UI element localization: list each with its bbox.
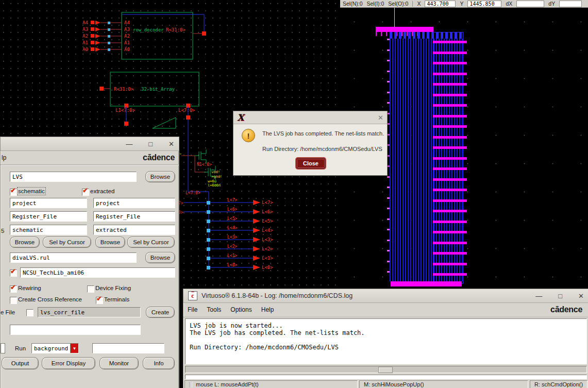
mouse-bindings-left: mouse L: mouseAddPt(t) (184, 380, 358, 388)
schematic-view-field[interactable] (10, 225, 87, 235)
close-icon[interactable]: ✕ (169, 141, 174, 147)
scrollbar-thumb[interactable] (378, 367, 393, 373)
menu-help[interactable]: Help (261, 306, 274, 313)
horizontal-scrollbar[interactable] (185, 366, 587, 373)
x-coordinate-field[interactable] (425, 1, 456, 7)
svg-text:L<7>: L<7> (227, 198, 237, 203)
schematic-cell-field[interactable] (10, 211, 87, 222)
cadence-logo: cādence (550, 305, 582, 314)
extracted-library-field[interactable] (93, 198, 175, 208)
decoder-input-pin-a2[interactable]: A2 (82, 33, 122, 39)
corr-file-field[interactable] (38, 307, 141, 317)
svg-text:A2: A2 (82, 33, 88, 39)
bus-row-l4[interactable]: L<4> L<4> (207, 226, 273, 233)
monitor-button[interactable]: Monitor (99, 357, 139, 369)
lvs-dialog: — □ ✕ lp cādence Browse ✔ schematic ✔ ex… (0, 137, 179, 388)
checkbox-device-fixing[interactable] (87, 285, 94, 293)
create-corr-button[interactable]: Create (146, 307, 175, 318)
bus-row-l7[interactable]: L<7> L<7> (207, 198, 273, 205)
svg-text:L<3>: L<3> (262, 237, 273, 242)
svg-text:L<5>: L<5> (262, 218, 273, 224)
checkbox-schematic[interactable]: ✔ (10, 189, 17, 196)
bus-row-l1[interactable]: L<1> L<1> (207, 254, 273, 261)
decoder-input-pin-a0[interactable]: A0 (82, 47, 122, 52)
dx-coordinate-field[interactable] (516, 1, 544, 7)
rewiring-label[interactable]: Rewiring (18, 285, 41, 291)
checkbox-cross-reference[interactable] (10, 297, 17, 304)
close-icon[interactable]: ✕ (578, 293, 584, 299)
terminals-label[interactable]: Terminals (104, 296, 129, 302)
run-host-field[interactable] (92, 343, 164, 353)
bus-row-l2[interactable]: L<2> L<2> (207, 244, 273, 251)
run-mode-value: background (32, 345, 68, 352)
popup-titlebar[interactable]: X ✕ (233, 111, 387, 124)
close-icon[interactable]: ✕ (378, 114, 383, 122)
info-button[interactable]: Info (143, 357, 175, 369)
browse-extracted-button[interactable]: Browse (95, 237, 125, 248)
browse-run-button[interactable]: Browse (145, 171, 175, 182)
rules-library-field[interactable] (20, 267, 175, 278)
left-cut-label: 5 (1, 228, 4, 234)
menu-help-fragment[interactable]: lp (2, 154, 6, 161)
decoder-input-pin-a1[interactable]: A1 (82, 40, 122, 45)
menu-file[interactable]: File (188, 306, 197, 313)
checkbox-corr-file[interactable] (26, 309, 33, 316)
decoder-input-pin-a4[interactable]: A4 (82, 20, 122, 25)
decoder-input-pin-a3[interactable]: A3 (82, 27, 122, 32)
schematic-check-label[interactable]: schematic (18, 188, 45, 194)
mouse-right-binding: R: schCmdOption() (534, 381, 583, 387)
close-button[interactable]: Close (296, 158, 325, 168)
svg-text:A3: A3 (82, 27, 88, 32)
schematic-library-field[interactable] (10, 198, 87, 208)
y-coordinate-field[interactable] (467, 1, 501, 7)
browse-schematic-button[interactable]: Browse (10, 237, 40, 248)
bus-row-l6[interactable]: L<6> L<6> (207, 207, 273, 214)
transistor-devices[interactable]: N1<:0> vdd! >gnd! w=6u l=600n > (179, 149, 222, 188)
log-output-area[interactable]: LVS job is now started... The LVS job ha… (185, 318, 587, 364)
array-symbol[interactable]: R<31:0> 32-bit_Array L1<7:0> L<7:0> (99, 72, 199, 113)
maximize-icon[interactable]: □ (148, 141, 153, 147)
extracted-view-field[interactable] (93, 225, 175, 235)
minimize-icon[interactable]: — (535, 293, 542, 299)
checkbox-terminals[interactable]: ✔ (96, 297, 103, 304)
run-cut-field[interactable] (1, 343, 5, 353)
svg-text:L<0>: L<0> (262, 265, 273, 270)
ciw-titlebar[interactable]: c Virtuoso® 6.1.8-64b - Log: /home/mcdon… (183, 289, 588, 303)
checkbox-extracted[interactable]: ✔ (82, 189, 89, 196)
maximize-icon[interactable]: □ (558, 293, 562, 299)
error-display-button[interactable]: Error Display (42, 357, 95, 369)
status-coordinate-bar: Sel(N):0 Sel(I):0 Sel(O):0 X Y dX dY (340, 0, 588, 8)
sel-by-cursor-schematic-button[interactable]: Sel by Cursor (43, 237, 91, 248)
check-icon: ✔ (96, 295, 102, 302)
extracted-check-label[interactable]: extracted (90, 188, 114, 194)
check-icon: ✔ (10, 284, 16, 291)
lvs-run-name-field[interactable] (10, 172, 137, 182)
device-fixing-label[interactable]: Device Fixing (95, 285, 131, 291)
menu-options[interactable]: Options (230, 306, 251, 313)
checkbox-rules-library[interactable]: ✔ (10, 269, 17, 277)
extracted-cell-field[interactable] (93, 211, 175, 222)
output-button[interactable]: Output (2, 357, 39, 369)
sel-net-count: Sel(N):0 (343, 1, 363, 7)
log-line: Run Directory: /home/mcdonm6/CMOSedu/LVS (190, 344, 582, 351)
desktop: row_decoder R<31:0> A4 A3 A2 A1 A0 A4 A3 (0, 0, 588, 388)
rules-file-field[interactable] (10, 252, 137, 263)
row-decoder-symbol[interactable]: row_decoder R<31:0> A4 A3 A2 A1 A0 (122, 12, 193, 59)
aux-field[interactable] (10, 325, 141, 335)
menu-tools[interactable]: Tools (207, 306, 221, 313)
dy-coordinate-field[interactable] (559, 1, 582, 7)
svg-text:A1: A1 (82, 40, 88, 45)
run-mode-dropdown[interactable]: background ▼ (31, 343, 79, 353)
divider (412, 1, 413, 7)
cross-reference-label[interactable]: Create Cross Reference (18, 296, 82, 302)
checkbox-rewiring[interactable]: ✔ (10, 285, 17, 293)
lvs-titlebar[interactable]: — □ ✕ (1, 137, 179, 151)
sel-by-cursor-extracted-button[interactable]: Sel by Cursor (127, 237, 175, 248)
dropdown-arrow-icon[interactable]: ▼ (70, 344, 78, 353)
minimize-icon[interactable]: — (126, 141, 132, 147)
bus-row-l0[interactable]: L<0> L<0> (207, 263, 273, 270)
bus-row-l5[interactable]: L<5> L<5> (207, 216, 273, 224)
ciw-command-input[interactable] (185, 375, 587, 379)
browse-rules-button[interactable]: Browse (145, 252, 175, 263)
bus-row-l3[interactable]: L<3> L<3> (207, 235, 273, 242)
